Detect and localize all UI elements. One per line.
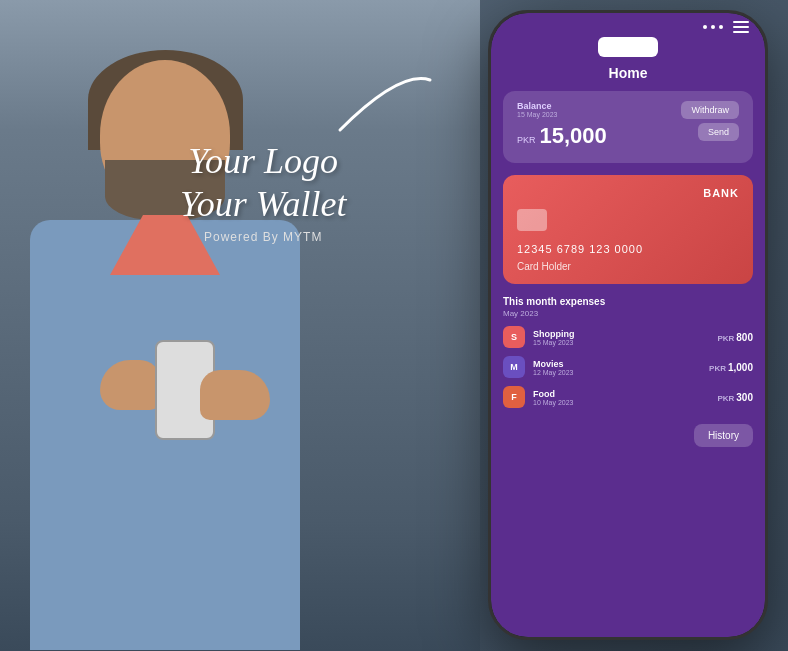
food-date: 10 May 2023	[533, 399, 573, 406]
withdraw-button[interactable]: Withdraw	[681, 101, 739, 119]
expense-left-shopping: S Shopping 15 May 2023	[503, 326, 575, 348]
person-right-hand	[200, 370, 270, 420]
food-icon: F	[503, 386, 525, 408]
balance-row-bottom: PKR 15,000 Send	[517, 123, 739, 149]
shopping-amount: PKR800	[717, 332, 753, 343]
movies-currency: PKR	[709, 364, 726, 373]
arrow-graphic	[320, 60, 440, 140]
bank-card: BANK 12345 6789 123 0000 Card Holder	[503, 175, 753, 284]
phone-logo-box	[598, 37, 658, 57]
food-amount: PKR300	[717, 392, 753, 403]
expenses-title: This month expenses	[503, 296, 753, 307]
expense-item-food: F Food 10 May 2023 PKR300	[503, 386, 753, 408]
logo-line2: Your Wallet	[180, 183, 346, 226]
home-title: Home	[491, 65, 765, 81]
movies-amount: PKR1,000	[709, 362, 753, 373]
history-button[interactable]: History	[694, 424, 753, 447]
balance-date: 15 May 2023	[517, 111, 557, 118]
menu-icon[interactable]	[733, 21, 749, 33]
send-button[interactable]: Send	[698, 123, 739, 141]
card-number: 12345 6789 123 0000	[517, 243, 739, 255]
card-bank-label: BANK	[517, 187, 739, 199]
shopping-name: Shopping	[533, 329, 575, 339]
person-left-hand	[100, 360, 160, 410]
expense-left-food: F Food 10 May 2023	[503, 386, 573, 408]
expenses-section: This month expenses May 2023 S Shopping …	[491, 296, 765, 408]
expense-item-shopping: S Shopping 15 May 2023 PKR800	[503, 326, 753, 348]
status-bar	[491, 13, 765, 37]
phone-container: Home Balance 15 May 2023 Withdraw PKR 15…	[488, 10, 768, 640]
logo-line1: Your Logo	[180, 140, 346, 183]
movies-info: Movies 12 May 2023	[533, 359, 573, 376]
balance-currency: PKR	[517, 135, 536, 145]
food-currency: PKR	[717, 394, 734, 403]
movies-date: 12 May 2023	[533, 369, 573, 376]
phone-frame: Home Balance 15 May 2023 Withdraw PKR 15…	[488, 10, 768, 640]
card-chip	[517, 209, 547, 231]
balance-label-group: Balance 15 May 2023	[517, 101, 557, 118]
signal-dot-3	[719, 25, 723, 29]
shopping-icon: S	[503, 326, 525, 348]
movies-name: Movies	[533, 359, 573, 369]
food-info: Food 10 May 2023	[533, 389, 573, 406]
food-name: Food	[533, 389, 573, 399]
expense-left-movies: M Movies 12 May 2023	[503, 356, 573, 378]
signal-dot-1	[703, 25, 707, 29]
balance-label: Balance	[517, 101, 557, 111]
hero-text-overlay: Your Logo Your Wallet Powered By MYTM	[180, 140, 346, 244]
history-btn-area: History	[491, 416, 765, 447]
expense-item-movies: M Movies 12 May 2023 PKR1,000	[503, 356, 753, 378]
shopping-info: Shopping 15 May 2023	[533, 329, 575, 346]
balance-amount: PKR 15,000	[517, 123, 607, 149]
signal-dot-2	[711, 25, 715, 29]
shopping-currency: PKR	[717, 334, 734, 343]
balance-row-top: Balance 15 May 2023 Withdraw	[517, 101, 739, 119]
balance-section: Balance 15 May 2023 Withdraw PKR 15,000 …	[503, 91, 753, 163]
phone-logo-area	[491, 37, 765, 57]
expenses-month: May 2023	[503, 309, 753, 318]
phone-screen: Home Balance 15 May 2023 Withdraw PKR 15…	[491, 13, 765, 637]
powered-by: Powered By MYTM	[180, 230, 346, 244]
shopping-date: 15 May 2023	[533, 339, 575, 346]
balance-value: 15,000	[540, 123, 607, 149]
movies-icon: M	[503, 356, 525, 378]
card-holder: Card Holder	[517, 261, 739, 272]
